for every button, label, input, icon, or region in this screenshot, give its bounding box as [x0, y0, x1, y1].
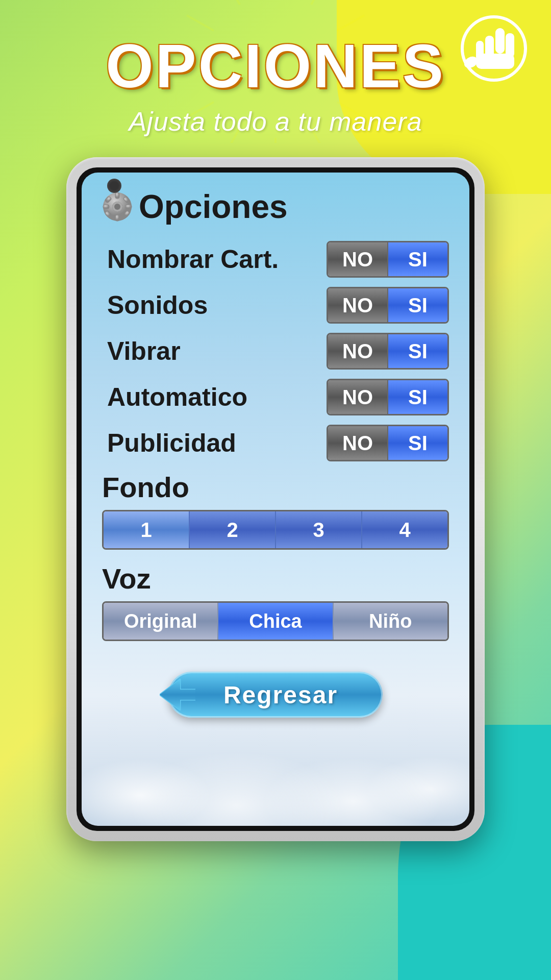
- toggle-automatico-si[interactable]: SI: [388, 380, 447, 414]
- toggle-sonidos-si[interactable]: SI: [388, 288, 447, 322]
- svg-line-1: [311, 0, 327, 5]
- voz-section: Voz Original Chica Niño: [102, 562, 449, 641]
- page-title: OPCIONES: [106, 31, 445, 101]
- fondo-label: Fondo: [102, 471, 449, 504]
- svg-rect-17: [476, 54, 514, 69]
- phone-screen: Opciones Nombrar Cart. NO SI Sonido: [82, 173, 469, 826]
- voz-btn-nino[interactable]: Niño: [334, 603, 447, 640]
- toggle-publicidad[interactable]: NO SI: [327, 425, 449, 461]
- phone-outer: Opciones Nombrar Cart. NO SI Sonido: [66, 157, 485, 841]
- svg-line-4: [337, 102, 364, 117]
- fondo-btn-3[interactable]: 3: [276, 511, 362, 548]
- svg-point-30: [114, 204, 120, 210]
- screen-heading: Opciones: [139, 188, 288, 226]
- toggle-vibrar[interactable]: NO SI: [327, 333, 449, 370]
- toggle-automatico[interactable]: NO SI: [327, 379, 449, 415]
- setting-row-publicidad: Publicidad NO SI: [107, 425, 449, 461]
- svg-line-7: [224, 128, 240, 143]
- toggle-publicidad-no[interactable]: NO: [328, 426, 388, 460]
- setting-row-sonidos: Sonidos NO SI: [107, 287, 449, 324]
- toggle-nombrar-si[interactable]: SI: [388, 242, 447, 276]
- hand-icon: [461, 15, 527, 82]
- toggle-vibrar-no[interactable]: NO: [328, 334, 388, 368]
- setting-label-nombrar: Nombrar Cart.: [107, 244, 279, 274]
- setting-label-sonidos: Sonidos: [107, 290, 208, 320]
- setting-label-vibrar: Vibrar: [107, 336, 181, 366]
- toggle-automatico-no[interactable]: NO: [328, 380, 388, 414]
- toggle-nombrar-no[interactable]: NO: [328, 242, 388, 276]
- gear-icon: [102, 191, 133, 222]
- svg-line-10: [187, 15, 214, 31]
- phone-camera: [107, 179, 121, 193]
- phone-screen-black: Opciones Nombrar Cart. NO SI Sonido: [77, 167, 474, 831]
- fondo-btn-4[interactable]: 4: [362, 511, 447, 548]
- setting-label-publicidad: Publicidad: [107, 428, 236, 458]
- svg-rect-24: [126, 205, 132, 209]
- fondo-section: Fondo 1 2 3 4: [102, 471, 449, 550]
- voz-buttons[interactable]: Original Chica Niño: [102, 601, 449, 641]
- svg-marker-32: [160, 679, 195, 710]
- svg-rect-23: [103, 205, 109, 209]
- toggle-publicidad-si[interactable]: SI: [388, 426, 447, 460]
- svg-line-2: [337, 15, 364, 31]
- regresar-label: Regresar: [223, 681, 338, 709]
- svg-line-8: [187, 102, 214, 117]
- regresar-container: Regresar: [102, 672, 449, 718]
- setting-row-vibrar: Vibrar NO SI: [107, 333, 449, 370]
- toggle-vibrar-si[interactable]: SI: [388, 334, 447, 368]
- fondo-btn-2[interactable]: 2: [190, 511, 276, 548]
- svg-rect-21: [115, 192, 119, 199]
- regresar-button[interactable]: Regresar: [168, 672, 383, 718]
- svg-line-5: [311, 128, 327, 143]
- setting-row-automatico: Automatico NO SI: [107, 379, 449, 415]
- header: OPCIONES Ajusta todo a tu manera: [0, 0, 551, 137]
- toggle-sonidos[interactable]: NO SI: [327, 287, 449, 324]
- phone-wrapper: Opciones Nombrar Cart. NO SI Sonido: [0, 157, 551, 841]
- setting-label-automatico: Automatico: [107, 382, 247, 412]
- svg-rect-13: [495, 28, 505, 54]
- voz-btn-chica[interactable]: Chica: [218, 603, 333, 640]
- voz-label: Voz: [102, 562, 449, 595]
- toggle-nombrar[interactable]: NO SI: [327, 241, 449, 278]
- toggle-sonidos-no[interactable]: NO: [328, 288, 388, 322]
- settings-rows: Nombrar Cart. NO SI Sonidos NO SI: [107, 241, 449, 461]
- screen-content: Opciones Nombrar Cart. NO SI Sonido: [102, 188, 449, 718]
- fondo-buttons[interactable]: 1 2 3 4: [102, 510, 449, 550]
- setting-row-nombrar: Nombrar Cart. NO SI: [107, 241, 449, 278]
- voz-btn-original[interactable]: Original: [104, 603, 218, 640]
- screen-title-row: Opciones: [102, 188, 449, 226]
- svg-rect-22: [115, 215, 119, 221]
- svg-line-11: [224, 0, 240, 5]
- regresar-arrow-icon: [160, 677, 195, 713]
- fondo-btn-1[interactable]: 1: [104, 511, 190, 548]
